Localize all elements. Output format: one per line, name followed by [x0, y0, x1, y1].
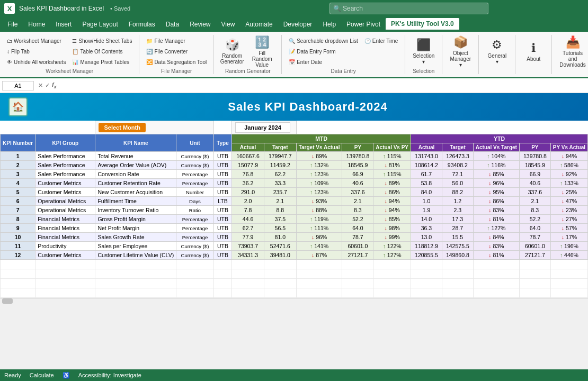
menu-insert[interactable]: Insert [50, 19, 77, 30]
menu-page-layout[interactable]: Page Layout [77, 19, 123, 30]
ribbon-btn-unhide-all[interactable]: 👁 Unhide All worksheets [4, 57, 68, 67]
ribbon-btn-selection[interactable]: ⬛ Selection ▾ [409, 36, 438, 67]
th-unit: Unit [176, 134, 214, 152]
th-mtd-actual: Actual [232, 143, 264, 152]
cell-ytd-pvsa: ↑ 446% [550, 251, 587, 260]
search-icon: 🔍 [333, 5, 341, 12]
cell-ytd-actual: 36.3 [411, 224, 442, 233]
ribbon-btn-general[interactable]: ⚙ General ▾ [483, 36, 511, 67]
ribbon-btn-show-hide-tabs[interactable]: ☰ Show/Hide Sheet Tabs [69, 36, 135, 46]
cancel-formula-icon[interactable]: ✕ [38, 82, 43, 89]
select-month-button[interactable]: Select Month [99, 123, 145, 132]
ribbon-btn-enter-date[interactable]: 📅 Enter Date [286, 57, 361, 67]
formula-input[interactable] [61, 83, 586, 89]
cell-ytd-actual: 61.7 [411, 170, 442, 179]
ribbon-btn-worksheet-manager[interactable]: 🗂 Worksheet Manager [4, 36, 68, 46]
ribbon-btn-table-of-contents[interactable]: 📋 Table Of Contents [69, 47, 135, 57]
cell-kpi-name: Sales Growth Rate [95, 233, 176, 242]
cell-mtd-actual: 2.0 [232, 197, 264, 206]
ribbon-btn-random-generator[interactable]: 🎲 RandomGenerator [218, 36, 246, 67]
file-manager-icon: 📁 [146, 38, 153, 44]
cell-mtd-avspy: ↑ 115% [373, 152, 411, 161]
cell-mtd-tvsa: ↑ 141% [296, 242, 342, 251]
menu-file[interactable]: File [2, 19, 23, 30]
status-ready: Ready [4, 372, 21, 378]
ribbon-group-selection: ⬛ Selection ▾ Selection [405, 35, 442, 74]
cell-ytd-actual: 84.0 [411, 188, 442, 197]
menu-developer[interactable]: Developer [278, 19, 318, 30]
cell-kpi-name: Fulfillment Time [95, 197, 176, 206]
selection-icon: ⬛ [416, 38, 431, 52]
menu-home[interactable]: Home [23, 19, 50, 30]
ribbon-btn-fill-random[interactable]: 🔢 Fill RandomValue [247, 36, 277, 67]
th-kpi-group: KPI Group [35, 134, 95, 152]
ribbon-btn-file-manager[interactable]: 📁 File Manager [144, 36, 209, 46]
cell-mtd-py: 18545.9 [342, 161, 373, 170]
cell-ytd-actual: 13.0 [411, 233, 442, 242]
menu-bar: File Home Insert Page Layout Formulas Da… [0, 17, 588, 32]
table-row: 11 Productivity Sales per Employee Curre… [1, 242, 588, 251]
cell-unit: Number [176, 188, 214, 197]
cell-ytd-target: 142575.5 [442, 242, 473, 251]
ribbon-btn-about[interactable]: ℹ About [520, 36, 547, 67]
cell-mtd-tvsa: ↓ 87% [296, 251, 342, 260]
insert-function-icon[interactable]: fx [52, 81, 57, 89]
home-button[interactable]: 🏠 [8, 97, 28, 116]
ribbon-group-label-selection: Selection [409, 67, 438, 74]
cell-type: UTB [213, 206, 232, 215]
cell-kpi-name: Inventory Turnover Ratio [95, 206, 176, 215]
ribbon-btn-object-manager[interactable]: 📦 ObjectManager ▾ [447, 36, 474, 67]
th-ytd-actual: Actual [411, 143, 442, 152]
cell-type: UTB [213, 233, 232, 242]
menu-data[interactable]: Data [161, 19, 184, 30]
status-bar: Ready Calculate ♿ Accessibility: Investi… [0, 369, 588, 381]
cell-kpi-name: Customer Lifetime Value (CLV) [95, 251, 176, 260]
ribbon-btn-manage-pivot[interactable]: 📊 Manage Pivot Tables [69, 57, 135, 67]
cell-kpi-group: Customer Metrics [35, 188, 95, 197]
cell-ytd-pvsa: ↓ 23% [550, 206, 587, 215]
ribbon-btn-flip-tab[interactable]: ↕ Flip Tab [4, 47, 68, 57]
ribbon-btn-data-entry-form[interactable]: 📝 Data Entry Form [286, 47, 361, 57]
menu-automate[interactable]: Automate [240, 19, 278, 30]
cell-kpi-group: Customer Metrics [35, 179, 95, 188]
cell-ytd-pvsa: ↓ 47% [550, 197, 587, 206]
accessibility-icon: ♿ [63, 372, 70, 379]
ribbon-btn-tutorials[interactable]: 📥 Tutorials andDownloads [556, 36, 588, 67]
cell-kpi-group: Operational Metrics [35, 206, 95, 215]
kpi-table-area: Select Month January 2024 KPI Number KPI… [0, 121, 588, 298]
search-input[interactable] [329, 3, 488, 14]
cell-type: UTB [213, 170, 232, 179]
cell-row-num: 1 [1, 152, 35, 161]
cell-mtd-py: 60601.0 [342, 242, 373, 251]
search-bar[interactable]: 🔍 [329, 3, 488, 14]
ribbon-btn-file-converter[interactable]: 🔄 File Converter [144, 47, 209, 57]
menu-review[interactable]: Review [184, 19, 216, 30]
filename: Sales KPI Dashboard in Excel [19, 5, 104, 12]
ribbon-btn-data-segregation[interactable]: 🔀 Data Segregation Tool [144, 57, 209, 67]
th-ytd-py: PY [519, 143, 550, 152]
spreadsheet: 🏠 Sales KPI Dashboard-2024 [0, 93, 588, 298]
cell-ytd-py: 78.7 [519, 233, 550, 242]
confirm-formula-icon[interactable]: ✓ [45, 82, 50, 89]
data-seg-icon: 🔀 [146, 59, 153, 65]
cell-ytd-pvsa: ↓ 57% [550, 224, 587, 233]
cell-mtd-actual: 77.9 [232, 233, 264, 242]
th-mtd-avspy: Actual Vs PY [373, 143, 411, 152]
menu-pk-utility[interactable]: PK's Utility Tool V3.0 [386, 18, 459, 31]
ribbon-btn-searchable-dropdown[interactable]: 🔍 Searchable dropdown List [286, 36, 361, 46]
cell-ytd-atvst: ↓ 85% [473, 170, 519, 179]
cell-mtd-target: 81.0 [264, 233, 296, 242]
cell-ytd-target: 15.5 [442, 233, 473, 242]
cell-mtd-actual: 44.6 [232, 215, 264, 224]
menu-help[interactable]: Help [317, 19, 341, 30]
cell-mtd-actual: 36.2 [232, 179, 264, 188]
ribbon-btn-enter-time[interactable]: 🕐 Enter Time [362, 36, 400, 46]
horizontal-scrollbar[interactable] [0, 298, 588, 303]
cell-reference[interactable] [2, 81, 34, 90]
cell-ytd-py: 2.1 [519, 197, 550, 206]
cell-mtd-avspy: ↓ 89% [373, 179, 411, 188]
menu-view[interactable]: View [216, 19, 240, 30]
th-ytd-atvst: Actual Vs Target [473, 143, 519, 152]
menu-formulas[interactable]: Formulas [123, 19, 161, 30]
menu-power-pivot[interactable]: Power Pivot [341, 19, 386, 30]
